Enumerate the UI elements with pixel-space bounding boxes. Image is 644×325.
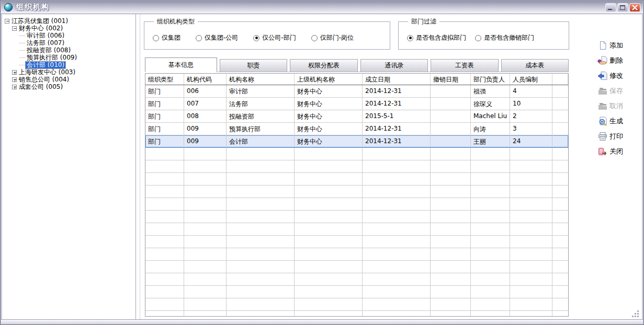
main-panel: 组织机构类型 仅集团仅集团-公司仅公司-部门仅部门-岗位 部门过滤 是否包含虚拟… [140,14,641,319]
column-header[interactable]: 部门负责人 [471,74,510,85]
collapse-minus-icon[interactable] [12,26,17,31]
tree-item-accounting[interactable]: 会计部 (010) [4,61,134,68]
close-icon [631,5,638,10]
radio-unselected-icon[interactable] [475,35,481,41]
table-cell-empty [552,273,568,285]
table-cell-empty [431,236,471,248]
table-cell-empty [145,211,184,223]
close-window-button[interactable] [629,3,640,12]
print-button[interactable]: 打印 [597,130,638,143]
add-button[interactable]: 添加 [597,39,638,52]
table-cell-empty [184,173,227,185]
tree-item-finance[interactable]: 财务中心 (002) [4,25,134,32]
expand-plus-icon[interactable] [12,85,17,89]
window-bottom-edge [1,319,643,324]
tab-salary[interactable]: 工资表 [431,59,498,72]
table-row[interactable]: 部门008投融资部财务中心2015-5-1Machel Liu2 [145,110,568,123]
column-header[interactable]: 成立日期 [363,74,431,85]
table-cell-empty [363,286,431,298]
tree-item-label: 销售总公司 (004) [18,76,70,83]
radio-unselected-icon[interactable] [311,35,318,41]
table-cell: 王丽 [471,135,510,147]
table-cell: 009 [184,123,227,135]
radio-group-company[interactable]: 仅集团-公司 [196,33,238,42]
window-title: 组织机构 [16,3,50,12]
table-cell-empty [431,173,471,185]
column-header[interactable]: 组织类型 [145,74,184,85]
resize-grip[interactable] [631,310,640,318]
table-cell-empty [431,261,471,273]
expand-plus-icon[interactable] [12,77,17,82]
table-cell: Machel Liu [471,110,510,122]
tree-item-investment[interactable]: 投融资部 (008) [4,47,134,54]
table-cell-empty [363,211,431,223]
tree-item-label: 成套公司 (005) [18,84,64,90]
org-type-groupbox: 组织机构类型 仅集团仅集团-公司仅公司-部门仅部门-岗位 [144,17,390,50]
radio-department-position[interactable]: 仅部门-岗位 [311,33,354,42]
tab-cost[interactable]: 成本表 [501,59,569,72]
table-cell: 2015-5-1 [363,110,431,122]
table-cell-empty [295,223,363,235]
radio-selected-icon[interactable] [407,35,413,41]
tree-item-sales[interactable]: 销售总公司 (004) [4,76,134,83]
table-cell-empty [184,298,227,310]
table-cell-empty [295,261,363,273]
action-buttons: 添加删除修改保存取消生成打印关闭 [597,39,638,160]
tree-item-complete-set[interactable]: 成套公司 (005) [4,83,134,90]
column-header[interactable]: 撤销日期 [431,74,471,85]
radio-include-virtual-dept[interactable]: 是否包含虚拟部门 [407,33,466,42]
radio-include-revoked-dept[interactable]: 是否包含撤销部门 [475,33,534,42]
radio-selected-icon[interactable] [253,35,259,41]
action-button-label: 添加 [609,41,623,50]
expand-plus-icon[interactable] [12,70,17,75]
table-cell-empty [471,261,510,273]
collapse-minus-icon[interactable] [5,19,9,24]
generate-button[interactable]: 生成 [597,115,638,127]
radio-label: 仅集团-公司 [205,33,238,42]
column-header[interactable]: 机构代码 [184,74,227,85]
tree-item-budget[interactable]: 预算执行部 (009) [4,54,134,61]
table-cell-empty [552,261,568,273]
save-button: 保存 [597,85,638,97]
table-cell-empty [510,198,552,210]
table-row[interactable]: 部门009会计部财务中心2014-12-31王丽24 [145,135,568,148]
tab-permissions[interactable]: 权限分配表 [290,59,357,72]
tab-basic-info[interactable]: 基本信息 [145,57,217,72]
table-cell-empty [363,148,431,160]
table-cell-filler [552,85,568,97]
radio-unselected-icon[interactable] [153,35,159,41]
table-cell-empty [552,298,568,310]
radio-unselected-icon[interactable] [196,35,202,41]
column-header[interactable]: 人员编制 [510,74,552,85]
table-cell: 部门 [145,123,184,135]
column-header[interactable]: 上级机构名称 [295,74,363,85]
delete-button[interactable]: 删除 [597,54,638,67]
action-button-label: 修改 [609,71,623,80]
table-row[interactable]: 部门009预算执行部财务中心2014-12-31向涛3 [145,123,568,135]
table-cell: 2014-12-31 [363,85,431,97]
tab-duties[interactable]: 职责 [220,59,287,72]
table-cell-empty [145,198,184,210]
table-cell-empty [363,261,431,273]
tree-item-audit[interactable]: 审计部 (006) [4,32,134,39]
tree-item-group-root[interactable]: 江苏兆伏集团 (001) [4,17,134,25]
modify-button[interactable]: 修改 [597,69,638,82]
tab-contacts[interactable]: 通讯录 [360,59,428,72]
minimize-button[interactable] [605,3,616,12]
table-cell: 006 [184,85,227,97]
tree-item-legal[interactable]: 法务部 (007) [4,39,134,47]
table-empty-row [145,311,568,317]
column-header[interactable]: 机构名称 [227,74,295,85]
radio-company-department[interactable]: 仅公司-部门 [253,33,296,42]
close-button[interactable]: 关闭 [597,145,638,158]
table-row[interactable]: 部门006审计部财务中心2014-12-31祖强4 [145,85,568,98]
table-cell-empty [227,273,295,285]
radio-group-only[interactable]: 仅集团 [153,33,180,42]
table-row[interactable]: 部门007法务部财务中心2014-12-31徐琛义10 [145,98,568,110]
maximize-button[interactable] [617,3,628,12]
table-cell-empty [552,236,568,248]
titlebar[interactable]: 组织机构 [1,1,643,14]
tree-item-shanghai-rd[interactable]: 上海研发中心 (003) [4,68,134,76]
table-empty-row [145,185,568,198]
radio-label: 是否包含撤销部门 [484,33,534,42]
